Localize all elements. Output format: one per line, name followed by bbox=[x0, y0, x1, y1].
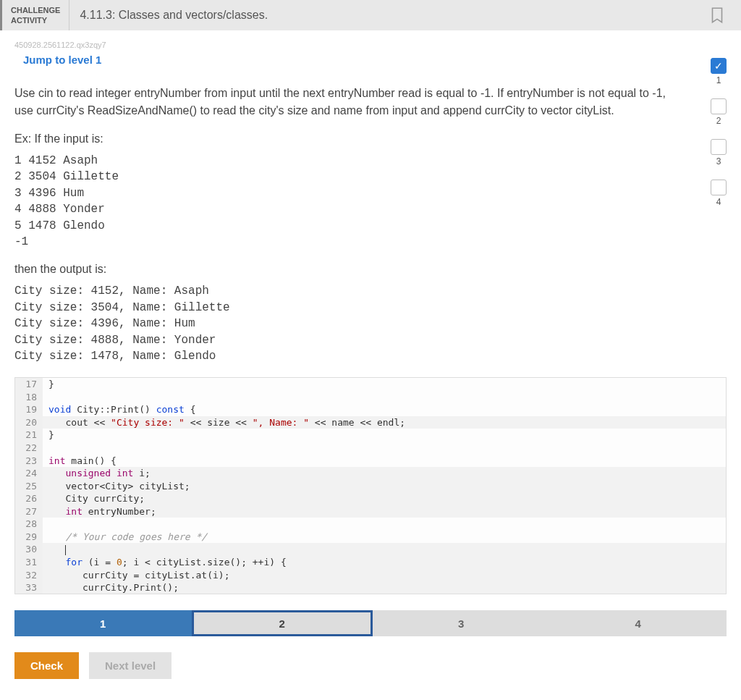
challenge-header: CHALLENGE ACTIVITY 4.11.3: Classes and v… bbox=[0, 0, 741, 30]
button-row: Check Next level bbox=[14, 652, 727, 679]
bookmark-icon[interactable] bbox=[708, 0, 727, 30]
instructions: Use cin to read integer entryNumber from… bbox=[14, 85, 666, 119]
checkbox-icon bbox=[711, 139, 727, 155]
progress-num-2: 2 bbox=[716, 116, 721, 126]
content: 450928.2561122.qx3zqy7 Jump to level 1 ✓… bbox=[0, 30, 741, 696]
progress-step-3[interactable]: 3 bbox=[711, 139, 727, 166]
checkbox-icon bbox=[711, 180, 727, 195]
step-2[interactable]: 2 bbox=[192, 610, 373, 636]
step-bar: 1 2 3 4 bbox=[14, 610, 727, 636]
jump-link[interactable]: Jump to level 1 bbox=[23, 54, 727, 66]
example-output-label: then the output is: bbox=[14, 263, 727, 276]
progress-step-4[interactable]: 4 bbox=[711, 180, 727, 207]
progress-num-4: 4 bbox=[716, 197, 721, 207]
next-level-button: Next level bbox=[89, 652, 172, 679]
challenge-label-line2: ACTIVITY bbox=[11, 15, 60, 25]
example-input-label: Ex: If the input is: bbox=[14, 132, 727, 146]
progress-step-1[interactable]: ✓ 1 bbox=[711, 58, 727, 85]
progress-column: ✓ 1 2 3 4 bbox=[711, 58, 727, 207]
cursor-icon bbox=[65, 545, 66, 555]
challenge-label-line1: CHALLENGE bbox=[11, 5, 60, 15]
code-editor[interactable]: 17} 18 19void City::Print() const { 20 c… bbox=[14, 377, 727, 594]
step-3[interactable]: 3 bbox=[373, 610, 550, 636]
progress-num-1: 1 bbox=[716, 75, 721, 85]
checkbox-icon bbox=[711, 98, 727, 114]
progress-num-3: 3 bbox=[716, 156, 721, 166]
step-1[interactable]: 1 bbox=[14, 610, 192, 636]
step-4[interactable]: 4 bbox=[550, 610, 727, 636]
example-output: City size: 4152, Name: Asaph City size: … bbox=[14, 283, 727, 364]
example-input: 1 4152 Asaph 2 3504 Gillette 3 4396 Hum … bbox=[14, 153, 727, 250]
check-button[interactable]: Check bbox=[14, 652, 79, 679]
session-id: 450928.2561122.qx3zqy7 bbox=[14, 41, 727, 49]
check-icon: ✓ bbox=[711, 58, 727, 74]
challenge-title: 4.11.3: Classes and vectors/classes. bbox=[69, 0, 278, 30]
progress-step-2[interactable]: 2 bbox=[711, 98, 727, 126]
challenge-label: CHALLENGE ACTIVITY bbox=[2, 0, 69, 30]
